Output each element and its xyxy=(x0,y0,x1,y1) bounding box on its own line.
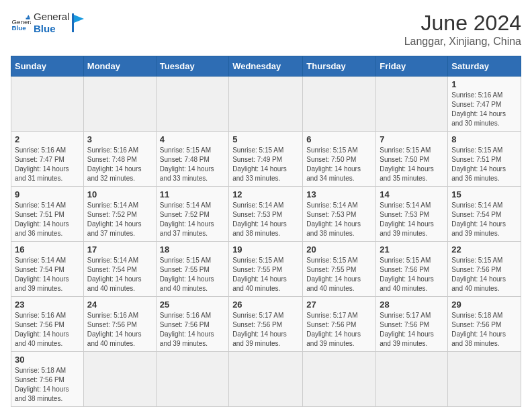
calendar-cell: 9Sunrise: 5:14 AM Sunset: 7:51 PM Daylig… xyxy=(11,187,84,242)
calendar-cell xyxy=(376,352,448,407)
day-number: 8 xyxy=(451,134,517,144)
weekday-header-tuesday: Tuesday xyxy=(156,56,228,77)
day-number: 1 xyxy=(451,79,517,89)
logo-general-text: General xyxy=(34,11,69,23)
day-number: 6 xyxy=(306,134,372,144)
calendar-cell: 18Sunrise: 5:15 AM Sunset: 7:55 PM Dayli… xyxy=(156,242,228,297)
day-number: 3 xyxy=(87,134,152,144)
calendar-cell: 2Sunrise: 5:16 AM Sunset: 7:47 PM Daylig… xyxy=(11,132,84,187)
month-title: June 2024 xyxy=(404,11,521,36)
day-number: 14 xyxy=(380,189,444,199)
calendar-cell: 11Sunrise: 5:14 AM Sunset: 7:52 PM Dayli… xyxy=(156,187,228,242)
calendar-cell: 7Sunrise: 5:15 AM Sunset: 7:50 PM Daylig… xyxy=(376,132,448,187)
day-info: Sunrise: 5:15 AM Sunset: 7:50 PM Dayligh… xyxy=(306,146,372,183)
day-number: 5 xyxy=(232,134,299,144)
day-number: 4 xyxy=(160,134,225,144)
calendar-cell: 30Sunrise: 5:18 AM Sunset: 7:56 PM Dayli… xyxy=(11,352,84,407)
calendar-cell xyxy=(229,77,303,132)
svg-marker-5 xyxy=(74,15,84,23)
calendar-cell: 13Sunrise: 5:14 AM Sunset: 7:53 PM Dayli… xyxy=(303,187,376,242)
logo: General Blue General Blue xyxy=(11,11,85,35)
calendar-week-row: 9Sunrise: 5:14 AM Sunset: 7:51 PM Daylig… xyxy=(11,187,521,242)
day-number: 11 xyxy=(160,189,225,199)
calendar-cell xyxy=(229,352,303,407)
calendar-cell: 20Sunrise: 5:15 AM Sunset: 7:55 PM Dayli… xyxy=(303,242,376,297)
calendar-week-row: 30Sunrise: 5:18 AM Sunset: 7:56 PM Dayli… xyxy=(11,352,521,407)
svg-rect-3 xyxy=(26,18,30,19)
day-info: Sunrise: 5:15 AM Sunset: 7:56 PM Dayligh… xyxy=(451,256,517,293)
day-info: Sunrise: 5:14 AM Sunset: 7:53 PM Dayligh… xyxy=(380,201,444,238)
svg-marker-2 xyxy=(27,15,30,18)
calendar-cell xyxy=(303,352,376,407)
day-number: 22 xyxy=(451,244,517,255)
calendar-cell xyxy=(156,77,228,132)
day-info: Sunrise: 5:16 AM Sunset: 7:56 PM Dayligh… xyxy=(160,311,225,349)
day-number: 30 xyxy=(15,355,80,365)
day-info: Sunrise: 5:16 AM Sunset: 7:47 PM Dayligh… xyxy=(451,91,517,128)
day-number: 9 xyxy=(15,189,80,199)
day-number: 16 xyxy=(15,244,80,255)
weekday-header-wednesday: Wednesday xyxy=(229,56,303,77)
day-info: Sunrise: 5:17 AM Sunset: 7:56 PM Dayligh… xyxy=(306,311,372,349)
calendar-cell xyxy=(448,352,521,407)
calendar-cell: 27Sunrise: 5:17 AM Sunset: 7:56 PM Dayli… xyxy=(303,297,376,352)
calendar-cell: 12Sunrise: 5:14 AM Sunset: 7:53 PM Dayli… xyxy=(229,187,303,242)
logo-blue-text: Blue xyxy=(34,23,69,35)
calendar-cell: 3Sunrise: 5:16 AM Sunset: 7:48 PM Daylig… xyxy=(83,132,156,187)
day-number: 24 xyxy=(87,300,152,310)
weekday-header-row: SundayMondayTuesdayWednesdayThursdayFrid… xyxy=(11,56,521,77)
day-number: 10 xyxy=(87,189,152,199)
calendar-cell xyxy=(11,77,84,132)
day-info: Sunrise: 5:14 AM Sunset: 7:54 PM Dayligh… xyxy=(15,256,80,293)
calendar-cell: 25Sunrise: 5:16 AM Sunset: 7:56 PM Dayli… xyxy=(156,297,228,352)
calendar-cell xyxy=(83,77,156,132)
day-info: Sunrise: 5:15 AM Sunset: 7:56 PM Dayligh… xyxy=(380,256,444,293)
calendar-cell xyxy=(83,352,156,407)
day-info: Sunrise: 5:14 AM Sunset: 7:53 PM Dayligh… xyxy=(232,201,299,238)
calendar-cell: 16Sunrise: 5:14 AM Sunset: 7:54 PM Dayli… xyxy=(11,242,84,297)
day-number: 25 xyxy=(160,300,225,310)
calendar-week-row: 23Sunrise: 5:16 AM Sunset: 7:56 PM Dayli… xyxy=(11,297,521,352)
day-number: 17 xyxy=(87,244,152,255)
day-info: Sunrise: 5:14 AM Sunset: 7:52 PM Dayligh… xyxy=(87,201,152,238)
day-info: Sunrise: 5:16 AM Sunset: 7:56 PM Dayligh… xyxy=(87,311,152,349)
day-info: Sunrise: 5:14 AM Sunset: 7:53 PM Dayligh… xyxy=(306,201,372,238)
day-info: Sunrise: 5:15 AM Sunset: 7:55 PM Dayligh… xyxy=(232,256,299,293)
weekday-header-sunday: Sunday xyxy=(11,56,84,77)
calendar-cell: 5Sunrise: 5:15 AM Sunset: 7:49 PM Daylig… xyxy=(229,132,303,187)
calendar-cell: 22Sunrise: 5:15 AM Sunset: 7:56 PM Dayli… xyxy=(448,242,521,297)
calendar-week-row: 1Sunrise: 5:16 AM Sunset: 7:47 PM Daylig… xyxy=(11,77,521,132)
calendar-cell: 23Sunrise: 5:16 AM Sunset: 7:56 PM Dayli… xyxy=(11,297,84,352)
day-number: 29 xyxy=(451,300,517,310)
calendar-cell: 15Sunrise: 5:14 AM Sunset: 7:54 PM Dayli… xyxy=(448,187,521,242)
calendar-cell: 17Sunrise: 5:14 AM Sunset: 7:54 PM Dayli… xyxy=(83,242,156,297)
logo-icon: General Blue xyxy=(11,13,31,33)
logo-flag-icon xyxy=(72,13,85,32)
calendar-cell: 8Sunrise: 5:15 AM Sunset: 7:51 PM Daylig… xyxy=(448,132,521,187)
calendar-cell: 10Sunrise: 5:14 AM Sunset: 7:52 PM Dayli… xyxy=(83,187,156,242)
calendar-cell: 24Sunrise: 5:16 AM Sunset: 7:56 PM Dayli… xyxy=(83,297,156,352)
day-info: Sunrise: 5:16 AM Sunset: 7:48 PM Dayligh… xyxy=(87,146,152,183)
day-info: Sunrise: 5:14 AM Sunset: 7:52 PM Dayligh… xyxy=(160,201,225,238)
day-info: Sunrise: 5:16 AM Sunset: 7:47 PM Dayligh… xyxy=(15,146,80,183)
calendar-cell: 1Sunrise: 5:16 AM Sunset: 7:47 PM Daylig… xyxy=(448,77,521,132)
calendar-cell xyxy=(376,77,448,132)
calendar-cell: 6Sunrise: 5:15 AM Sunset: 7:50 PM Daylig… xyxy=(303,132,376,187)
day-number: 28 xyxy=(380,300,444,310)
day-number: 13 xyxy=(306,189,372,199)
calendar-cell: 29Sunrise: 5:18 AM Sunset: 7:56 PM Dayli… xyxy=(448,297,521,352)
calendar-week-row: 2Sunrise: 5:16 AM Sunset: 7:47 PM Daylig… xyxy=(11,132,521,187)
day-info: Sunrise: 5:14 AM Sunset: 7:54 PM Dayligh… xyxy=(87,256,152,293)
day-info: Sunrise: 5:15 AM Sunset: 7:55 PM Dayligh… xyxy=(306,256,372,293)
day-number: 12 xyxy=(232,189,299,199)
day-info: Sunrise: 5:17 AM Sunset: 7:56 PM Dayligh… xyxy=(380,311,444,349)
day-info: Sunrise: 5:15 AM Sunset: 7:48 PM Dayligh… xyxy=(160,146,225,183)
calendar-cell: 14Sunrise: 5:14 AM Sunset: 7:53 PM Dayli… xyxy=(376,187,448,242)
day-number: 27 xyxy=(306,300,372,310)
day-number: 20 xyxy=(306,244,372,255)
day-number: 2 xyxy=(15,134,80,144)
calendar-table: SundayMondayTuesdayWednesdayThursdayFrid… xyxy=(11,56,521,407)
day-number: 15 xyxy=(451,189,517,199)
day-info: Sunrise: 5:16 AM Sunset: 7:56 PM Dayligh… xyxy=(15,311,80,349)
day-number: 23 xyxy=(15,300,80,310)
